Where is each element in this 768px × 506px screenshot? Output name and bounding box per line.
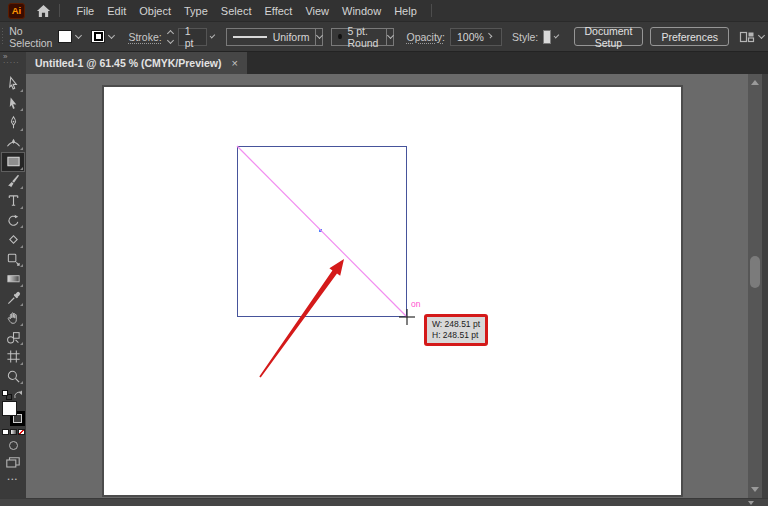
free-transform-tool-icon — [6, 252, 21, 267]
arrange-documents-control[interactable] — [739, 30, 768, 44]
chevron-down-icon[interactable] — [108, 32, 115, 39]
menu-item-object[interactable]: Object — [133, 5, 178, 17]
scroll-down-icon[interactable] — [751, 487, 759, 492]
curvature-tool-icon — [6, 135, 21, 150]
stepper-down-icon[interactable] — [167, 36, 174, 43]
stepper-up-icon[interactable] — [167, 29, 174, 36]
chevron-down-icon[interactable] — [210, 33, 215, 38]
drawn-rectangle[interactable] — [237, 146, 407, 317]
tool-artboard[interactable] — [1, 347, 25, 367]
stroke-weight-field[interactable]: 1 pt — [178, 28, 207, 46]
tool-flyout-indicator — [20, 186, 23, 189]
scroll-up-icon[interactable] — [751, 80, 759, 85]
rectangle-tool-icon — [6, 154, 21, 169]
smart-guide-on-label: on — [411, 299, 420, 309]
tool-flyout-indicator — [20, 245, 23, 248]
tab-bar: » ····· Untitled-1 @ 61.45 % (CMYK/Previ… — [0, 52, 768, 74]
default-fill-stroke-button[interactable] — [2, 390, 12, 400]
tool-flyout-indicator — [20, 206, 23, 209]
selection-status: No Selection — [9, 25, 52, 49]
document-tab[interactable]: Untitled-1 @ 61.45 % (CMYK/Preview) × — [26, 52, 247, 74]
tool-hand[interactable] — [1, 308, 25, 328]
gradient-tool-icon — [6, 271, 21, 286]
tool-direct-selection[interactable] — [1, 94, 25, 114]
menu-item-effect[interactable]: Effect — [258, 5, 299, 17]
tool-eraser[interactable] — [1, 230, 25, 250]
fill-stroke-proxy[interactable] — [1, 401, 25, 426]
tool-rotate[interactable] — [1, 211, 25, 231]
menu-item-file[interactable]: File — [70, 5, 101, 17]
document-setup-button[interactable]: Document Setup — [574, 27, 644, 46]
brush-chevron[interactable] — [387, 28, 394, 46]
tool-flyout-indicator — [20, 323, 23, 326]
scroll-right-icon[interactable] — [748, 501, 754, 505]
pen-tool-icon — [6, 115, 21, 130]
vertical-scroll-thumb[interactable] — [750, 256, 760, 288]
drawing-mode-button[interactable] — [9, 441, 18, 450]
tool-eyedropper[interactable] — [1, 289, 25, 309]
home-icon — [36, 4, 51, 18]
tool-curvature[interactable] — [1, 133, 25, 153]
menu-item-select[interactable]: Select — [214, 5, 258, 17]
tool-rectangle[interactable] — [1, 152, 25, 172]
tool-flyout-indicator — [20, 225, 23, 228]
stroke-weight-stepper[interactable] — [168, 31, 173, 43]
horizontal-scrollbar[interactable] — [0, 498, 768, 506]
tool-flyout-indicator — [20, 167, 23, 170]
brush-preview-icon — [338, 34, 341, 39]
preferences-button[interactable]: Preferences — [650, 27, 729, 46]
swap-fill-stroke-icon[interactable] — [13, 390, 24, 400]
menu-item-view[interactable]: View — [299, 5, 336, 17]
tool-flyout-indicator — [20, 284, 23, 287]
color-button[interactable] — [2, 429, 9, 435]
chevron-down-icon — [387, 32, 394, 39]
opacity-panel-link[interactable]: Opacity: — [406, 31, 445, 43]
none-button[interactable] — [18, 429, 25, 435]
tool-gradient[interactable] — [1, 269, 25, 289]
chevron-down-icon[interactable] — [758, 32, 765, 39]
chevron-down-icon[interactable] — [75, 32, 82, 39]
tool-shape-builder[interactable] — [1, 328, 25, 348]
stroke-swatch[interactable] — [91, 30, 105, 43]
menu-item-edit[interactable]: Edit — [101, 5, 133, 17]
fill-swatch[interactable] — [58, 30, 72, 43]
vertical-scrollbar[interactable] — [748, 74, 762, 498]
menu-item-type[interactable]: Type — [178, 5, 215, 17]
style-swatch[interactable] — [543, 30, 551, 44]
tool-transform[interactable] — [1, 250, 25, 270]
edit-toolbar-icon[interactable]: ••• — [8, 476, 19, 482]
stroke-color-control[interactable] — [91, 30, 118, 43]
toolbar-color-cluster: ••• — [0, 390, 26, 482]
fill-color-control[interactable] — [58, 30, 85, 43]
tool-paintbrush[interactable] — [1, 172, 25, 192]
opacity-field[interactable]: 100% — [450, 28, 502, 46]
menu-end-divider — [431, 4, 432, 17]
chevron-down-icon — [316, 32, 323, 39]
tool-type[interactable] — [1, 191, 25, 211]
panel-grip[interactable] — [2, 28, 3, 46]
menu-item-window[interactable]: Window — [336, 5, 388, 17]
stroke-panel-link[interactable]: Stroke: — [128, 31, 161, 43]
width-profile-dropdown[interactable]: Uniform — [226, 28, 317, 46]
toolbar-header: » ····· — [0, 52, 26, 74]
chevron-right-icon[interactable] — [487, 33, 493, 39]
home-button[interactable] — [36, 4, 51, 18]
width-profile-chevron[interactable] — [316, 28, 323, 46]
tab-close-icon[interactable]: × — [231, 57, 237, 69]
type-tool-icon — [6, 193, 21, 208]
size-tooltip: W: 248.51 pt H: 248.51 pt — [424, 314, 488, 346]
tool-pen[interactable] — [1, 113, 25, 133]
brush-definition-dropdown[interactable]: 5 pt. Round — [331, 28, 387, 46]
zoom-tool-icon — [6, 369, 21, 384]
tool-flyout-indicator — [20, 303, 23, 306]
tool-zoom[interactable] — [1, 367, 25, 387]
paintbrush-tool-icon — [6, 174, 21, 189]
screen-mode-icon[interactable] — [6, 457, 20, 468]
tool-selection[interactable] — [1, 74, 25, 94]
chevron-down-icon[interactable] — [554, 33, 559, 38]
gradient-button[interactable] — [10, 429, 17, 435]
canvas-area[interactable]: on W: 248.51 pt H: 248.51 pt — [26, 74, 768, 498]
toolbar-drag-dots[interactable]: ····· — [3, 60, 20, 66]
menu-item-help[interactable]: Help — [388, 5, 424, 17]
fill-proxy-swatch[interactable] — [2, 401, 17, 416]
